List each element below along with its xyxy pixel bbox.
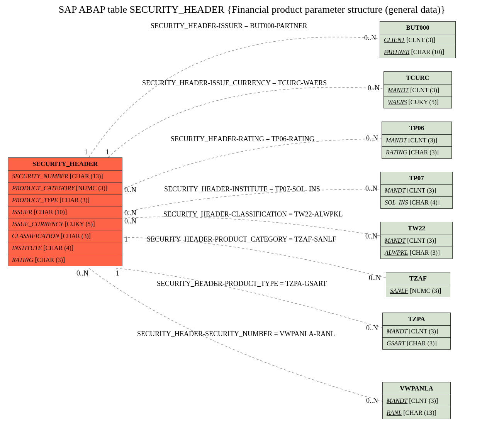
entity-field: GSART [CHAR (3)] [383,338,450,349]
entity-header: BUT000 [380,22,455,34]
entity-field: ALWPKL [CHAR (3)] [381,247,452,259]
entity-tcurc: TCURC MANDT [CLNT (3)] WAERS [CUKY (5)] [384,71,452,108]
entity-field: PRODUCT_CATEGORY [NUMC (3)] [8,183,122,194]
entity-header: TCURC [384,72,451,85]
entity-header: VWPANLA [383,382,450,395]
entity-but000: BUT000 CLIENT [CLNT (3)] PARTNER [CHAR (… [380,21,456,58]
entity-header: SECURITY_HEADER [8,158,122,171]
entity-field: RATING [CHAR (3)] [382,147,451,158]
entity-field: CLIENT [CLNT (3)] [380,34,455,46]
cardinality: 0..N [124,217,136,225]
entity-field: WAERS [CUKY (5)] [384,96,451,108]
cardinality: 1 [116,269,119,277]
entity-tzaf: TZAF SANLF [NUMC (3)] [386,272,450,297]
entity-field: MANDT [CLNT (3)] [384,85,451,96]
entity-header: TP06 [382,122,451,135]
relation-label: SECURITY_HEADER-ISSUER = BUT000-PARTNER [151,22,307,30]
entity-field: SOL_INS [CHAR (4)] [381,197,452,208]
entity-tw22: TW22 MANDT [CLNT (3)] ALWPKL [CHAR (3)] [380,222,453,259]
entity-field: RATING [CHAR (3)] [8,254,122,266]
cardinality: 0..N [364,34,376,42]
cardinality: 0..N [76,269,88,277]
cardinality: 1 [106,148,109,156]
entity-header: TP07 [381,172,452,185]
entity-header: TZAF [386,272,450,285]
entity-tp07: TP07 MANDT [CLNT (3)] SOL_INS [CHAR (4)] [380,172,453,209]
cardinality: 0..N [368,84,380,92]
entity-tzpa: TZPA MANDT [CLNT (3)] GSART [CHAR (3)] [382,313,451,350]
entity-field: MANDT [CLNT (3)] [383,326,450,338]
cardinality: 0..N [366,324,378,332]
relation-label: SECURITY_HEADER-PRODUCT_CATEGORY = TZAF-… [147,235,336,243]
cardinality: 1 [84,148,88,156]
entity-field: ISSUE_CURRENCY [CUKY (5)] [8,218,122,230]
entity-field: SANLF [NUMC (3)] [386,285,450,297]
relation-label: SECURITY_HEADER-ISSUE_CURRENCY = TCURC-W… [142,79,327,87]
cardinality: 0..N [369,274,381,282]
cardinality: 0..N [366,134,378,142]
entity-field: INSTITUTE [CHAR (4)] [8,242,122,254]
entity-header: TW22 [381,222,452,235]
cardinality: 1 [124,235,128,243]
entity-field: PARTNER [CHAR (10)] [380,46,455,58]
entity-field: MANDT [CLNT (3)] [382,135,451,147]
entity-field: MANDT [CLNT (3)] [381,235,452,247]
cardinality: 0..N [124,186,136,194]
relation-label: SECURITY_HEADER-RATING = TP06-RATING [171,135,314,143]
relation-label: SECURITY_HEADER-CLASSIFICATION = TW22-AL… [163,210,343,218]
entity-header: TZPA [383,313,450,326]
relation-label: SECURITY_HEADER-PRODUCT_TYPE = TZPA-GSAR… [157,280,327,288]
cardinality: 0..N [124,209,136,217]
entity-field: MANDT [CLNT (3)] [383,395,450,407]
entity-field: ISSUER [CHAR (10)] [8,206,122,218]
relation-label: SECURITY_HEADER-SECURITY_NUMBER = VWPANL… [137,330,335,338]
cardinality: 0..N [365,232,377,240]
entity-field: PRODUCT_TYPE [CHAR (3)] [8,194,122,206]
entity-tp06: TP06 MANDT [CLNT (3)] RATING [CHAR (3)] [382,122,452,159]
entity-security-header: SECURITY_HEADER SECURITY_NUMBER [CHAR (1… [8,157,122,266]
page-title: SAP ABAP table SECURITY_HEADER {Financia… [0,4,504,15]
relation-label: SECURITY_HEADER-INSTITUTE = TP07-SOL_INS [164,185,320,193]
entity-field: MANDT [CLNT (3)] [381,185,452,197]
entity-field: RANL [CHAR (13)] [383,407,450,419]
cardinality: 0..N [366,397,378,405]
entity-field: CLASSIFICATION [CHAR (3)] [8,230,122,242]
entity-vwpanla: VWPANLA MANDT [CLNT (3)] RANL [CHAR (13)… [382,382,451,419]
cardinality: 0..N [365,184,377,193]
entity-field: SECURITY_NUMBER [CHAR (13)] [8,171,122,183]
